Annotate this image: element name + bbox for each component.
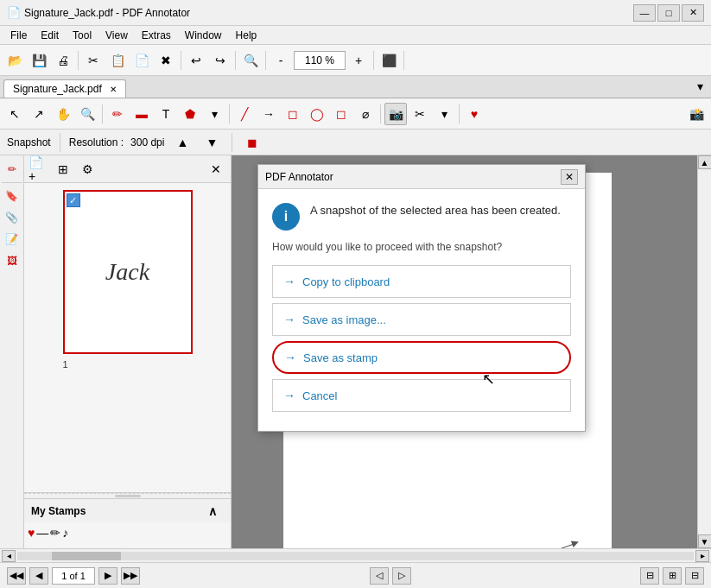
stamp-tool[interactable]: ⬟ (179, 103, 201, 125)
resolution-down[interactable]: ▼ (200, 131, 223, 154)
save-stamp-label: Save as stamp (303, 351, 378, 364)
forward-btn[interactable]: ▷ (392, 567, 411, 585)
sep-ann1 (102, 104, 103, 123)
view-grid-btn[interactable]: ⊞ (663, 567, 682, 585)
strip-icon-1[interactable]: ✏ (2, 159, 22, 180)
nav-last-btn[interactable]: ▶▶ (121, 567, 140, 585)
strip-icon-attach[interactable]: 📎 (2, 207, 22, 228)
resolution-up[interactable]: ▲ (171, 131, 194, 154)
dialog-message: A snapshot of the selected area has been… (310, 203, 561, 231)
right-scrollbar: ▲ ▼ (697, 155, 711, 548)
snapshot-label: Snapshot (7, 136, 51, 149)
more-tools[interactable]: ▾ (203, 103, 225, 125)
crop-tool[interactable]: ✂ (409, 103, 431, 125)
nav-prev-btn[interactable]: ◀ (29, 567, 48, 585)
tab-dropdown-button[interactable]: ▾ (692, 75, 708, 98)
ellipse-tool[interactable]: ◯ (306, 103, 328, 125)
panel-close-btn[interactable]: ✕ (205, 158, 227, 180)
arrow-tool[interactable]: → (257, 103, 280, 125)
back-btn[interactable]: ◁ (370, 567, 389, 585)
open-button[interactable]: 📂 (3, 49, 26, 72)
strip-icon-image[interactable]: 🖼 (2, 250, 22, 271)
sep2 (181, 51, 181, 70)
print-button[interactable]: 🖨 (52, 49, 74, 72)
cut-button[interactable]: ✂ (82, 49, 105, 72)
zoom-out-button[interactable]: - (270, 49, 292, 72)
scroll-down-btn[interactable]: ▼ (698, 534, 712, 548)
sep-ann2 (229, 104, 230, 123)
lasso-tool[interactable]: ⌀ (354, 103, 377, 125)
strip-icon-note[interactable]: 📝 (2, 229, 22, 250)
resolution-label: Resolution : (69, 136, 124, 149)
find-button[interactable]: 🔍 (239, 49, 262, 72)
highlight-tool[interactable]: ▬ (130, 103, 153, 125)
eraser-tool[interactable]: ◻ (330, 103, 352, 125)
page-1-thumbnail[interactable]: ✓ Jack (63, 190, 193, 354)
panel-new-btn[interactable]: 📄+ (28, 158, 50, 180)
stamps-collapse-btn[interactable]: ∧ (201, 500, 224, 522)
menu-tool[interactable]: Tool (66, 28, 98, 43)
undo-button[interactable]: ↩ (185, 49, 207, 72)
copy-button[interactable]: 📋 (106, 49, 129, 72)
camera-btn[interactable]: 📸 (685, 103, 708, 125)
menu-extras[interactable]: Extras (135, 28, 178, 43)
close-button[interactable]: ✕ (682, 4, 704, 22)
line-tool[interactable]: ╱ (233, 103, 256, 125)
snapshot-tool[interactable]: 📷 (384, 103, 407, 125)
menu-window[interactable]: Window (178, 28, 229, 43)
select-tool[interactable]: ↖ (3, 103, 26, 125)
delete-button[interactable]: ✖ (155, 49, 177, 72)
menu-file[interactable]: File (3, 28, 34, 43)
copy-to-clipboard-button[interactable]: → Copy to clipboard (272, 265, 571, 298)
page-info-input[interactable] (52, 567, 95, 585)
minimize-button[interactable]: — (633, 4, 656, 22)
view-single-btn[interactable]: ⊟ (640, 567, 659, 585)
tab-signature-jack[interactable]: Signature_Jack.pdf ✕ (3, 79, 126, 98)
maximize-button[interactable]: □ (657, 4, 680, 22)
panel-layout-btn[interactable]: ⊞ (52, 158, 74, 180)
pen-tool[interactable]: ✏ (106, 103, 129, 125)
scroll-up-btn[interactable]: ▲ (698, 155, 712, 169)
more-tools2[interactable]: ▾ (433, 103, 455, 125)
hand-tool[interactable]: ✋ (52, 103, 74, 125)
heart-tool[interactable]: ♥ (463, 103, 486, 125)
panel-options-btn[interactable]: ⚙ (76, 158, 98, 180)
menu-edit[interactable]: Edit (34, 28, 66, 43)
save-as-image-button[interactable]: → Save as image... (272, 303, 571, 336)
magnify-tool[interactable]: 🔍 (76, 103, 98, 125)
h-scrollbar-thumb[interactable] (52, 552, 121, 560)
pointer-tool[interactable]: ↗ (28, 103, 50, 125)
dialog-close-button[interactable]: ✕ (561, 169, 578, 185)
sep4 (265, 51, 266, 70)
arrow-icon-4: → (283, 389, 295, 402)
color-pick[interactable]: ◼ (241, 131, 263, 154)
sep6 (403, 51, 404, 70)
view-continuous-btn[interactable]: ⊟ (685, 567, 704, 585)
redo-button[interactable]: ↪ (209, 49, 232, 72)
rect-tool[interactable]: ◻ (282, 103, 304, 125)
page-check: ✓ (67, 193, 80, 207)
nav-first-btn[interactable]: ◀◀ (7, 567, 26, 585)
h-scrollbar-track[interactable] (17, 552, 694, 560)
zoom-input[interactable] (294, 51, 346, 70)
strip-icon-bookmark[interactable]: 🔖 (2, 186, 22, 206)
save-button[interactable]: 💾 (28, 49, 50, 72)
heart-stamp-icon[interactable]: ♥ (28, 526, 35, 540)
menu-help[interactable]: Help (229, 28, 264, 43)
page-thumbnails-area: ✓ Jack 1 (24, 183, 231, 492)
text-tool[interactable]: T (155, 103, 177, 125)
menu-view[interactable]: View (98, 28, 135, 43)
tab-close-button[interactable]: ✕ (110, 85, 117, 94)
save-as-stamp-button[interactable]: → Save as stamp (272, 341, 571, 374)
stamps-icons-area: ♥ — ✏ ♪ (24, 522, 231, 543)
nav-next-btn[interactable]: ▶ (98, 567, 117, 585)
pen-stamp-icon[interactable]: ✏ (50, 526, 60, 540)
cancel-button[interactable]: → Cancel (272, 379, 571, 412)
note-stamp-icon[interactable]: ♪ (62, 526, 68, 540)
tab-bar: Signature_Jack.pdf ✕ ▾ (0, 76, 711, 98)
scroll-right-btn[interactable]: ▸ (695, 550, 709, 562)
paste-button[interactable]: 📄 (130, 49, 153, 72)
scroll-left-btn[interactable]: ◂ (2, 550, 16, 562)
zoom-in-button[interactable]: + (347, 49, 370, 72)
fit-page-button[interactable]: ⬛ (378, 49, 400, 72)
